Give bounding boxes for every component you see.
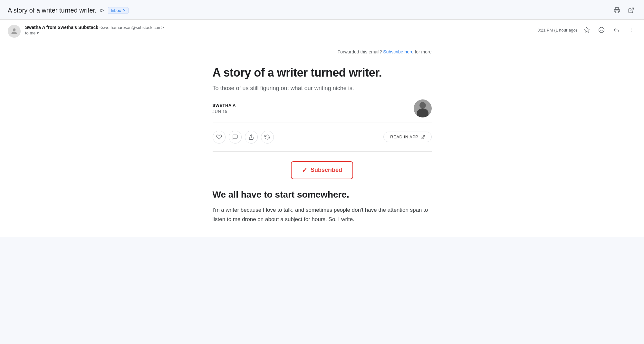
- action-icons: [213, 131, 274, 144]
- subscribed-section: ✓ Subscribed: [213, 161, 432, 179]
- email-meta: Swetha A from Swetha's Substack <swetham…: [0, 20, 644, 43]
- reply-button[interactable]: [611, 25, 621, 35]
- emoji-button[interactable]: [596, 25, 607, 35]
- sender-avatar: [8, 25, 21, 38]
- author-name: SWETHA A: [213, 103, 236, 108]
- more-options-button[interactable]: [626, 25, 636, 35]
- label-arrow-icon: ⊳: [100, 7, 105, 14]
- author-info: SWETHA A JUN 15: [213, 103, 236, 114]
- divider-bottom: [213, 151, 432, 152]
- article-title: A story of a writer turned writer.: [213, 65, 432, 80]
- inbox-badge-close[interactable]: ×: [123, 8, 125, 13]
- sender-email: <swethamaresan@substack.com>: [100, 25, 164, 30]
- star-button[interactable]: [582, 25, 592, 35]
- email-header-bar: A story of a writer turned writer. ⊳ Inb…: [0, 0, 644, 20]
- svg-line-1: [630, 8, 633, 11]
- share-button[interactable]: [245, 131, 258, 144]
- svg-point-8: [631, 30, 632, 31]
- action-bar: READ IN APP: [213, 128, 432, 146]
- read-in-app-label: READ IN APP: [390, 135, 418, 139]
- article-body-paragraph: I'm a writer because I love to talk, and…: [213, 206, 432, 224]
- email-body: Forwarded this email? Subscribe here for…: [0, 43, 644, 237]
- external-link-button[interactable]: [626, 5, 636, 15]
- sender-info: Swetha A from Swetha's Substack <swetham…: [25, 25, 164, 35]
- forwarded-suffix: for more: [415, 49, 431, 54]
- sender-area: Swetha A from Swetha's Substack <swetham…: [8, 25, 164, 38]
- svg-point-4: [599, 27, 604, 33]
- read-in-app-button[interactable]: READ IN APP: [383, 132, 431, 142]
- sender-name: Swetha A from Swetha's Substack: [25, 25, 98, 30]
- print-button[interactable]: [612, 5, 622, 15]
- svg-point-7: [631, 28, 632, 29]
- article-subtitle: To those of us still figuring out what o…: [213, 85, 432, 92]
- inbox-label: Inbox: [111, 8, 121, 13]
- header-actions: [612, 5, 636, 15]
- to-me[interactable]: to me ▾: [25, 31, 164, 35]
- subscribe-link[interactable]: Subscribe here: [383, 49, 413, 54]
- chevron-down-icon: ▾: [37, 31, 39, 35]
- author-photo: [414, 99, 432, 117]
- email-timestamp: 3:21 PM (1 hour ago): [537, 28, 577, 33]
- comment-button[interactable]: [229, 131, 242, 144]
- article-section-title: We all have to start somewhere.: [213, 189, 432, 200]
- meta-right: 3:21 PM (1 hour ago): [537, 25, 636, 35]
- email-subject-area: A story of a writer turned writer. ⊳ Inb…: [8, 7, 612, 14]
- email-content: Forwarded this email? Subscribe here for…: [200, 43, 445, 224]
- inbox-badge: Inbox ×: [108, 7, 129, 14]
- svg-marker-3: [584, 27, 590, 33]
- article-date: JUN 15: [213, 109, 236, 114]
- restack-button[interactable]: [261, 131, 274, 144]
- sender-name-row: Swetha A from Swetha's Substack <swetham…: [25, 25, 164, 30]
- email-subject-text: A story of a writer turned writer.: [8, 7, 97, 14]
- divider-top: [213, 123, 432, 123]
- svg-point-2: [13, 28, 16, 31]
- forwarded-notice: Forwarded this email? Subscribe here for…: [213, 43, 432, 58]
- subscribed-button[interactable]: ✓ Subscribed: [291, 161, 353, 179]
- svg-point-9: [631, 32, 632, 33]
- check-icon: ✓: [302, 166, 307, 174]
- forwarded-text: Forwarded this email?: [338, 49, 382, 54]
- author-row: SWETHA A JUN 15: [213, 99, 432, 117]
- svg-line-11: [422, 135, 424, 137]
- like-button[interactable]: [213, 131, 226, 144]
- svg-rect-0: [615, 11, 619, 13]
- subscribed-label: Subscribed: [311, 167, 342, 173]
